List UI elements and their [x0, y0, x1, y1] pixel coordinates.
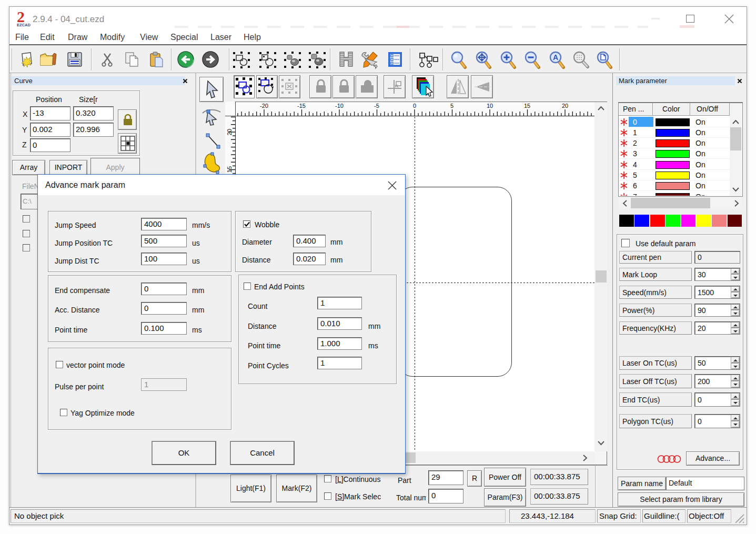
svg-text:20: 20 [562, 103, 568, 109]
svg-text:-20: -20 [260, 103, 268, 109]
svg-text:20: 20 [226, 129, 233, 135]
svg-text:-5: -5 [374, 103, 379, 109]
svg-text:15: 15 [524, 103, 530, 109]
svg-text:0: 0 [413, 103, 416, 109]
svg-text:5: 5 [450, 103, 453, 109]
svg-text:15: 15 [226, 166, 233, 173]
svg-text:EZCAD: EZCAD [17, 23, 31, 27]
svg-text:10: 10 [487, 103, 493, 109]
svg-text:A: A [553, 53, 558, 62]
svg-text:-10: -10 [335, 103, 344, 109]
svg-text:-15: -15 [297, 103, 306, 109]
